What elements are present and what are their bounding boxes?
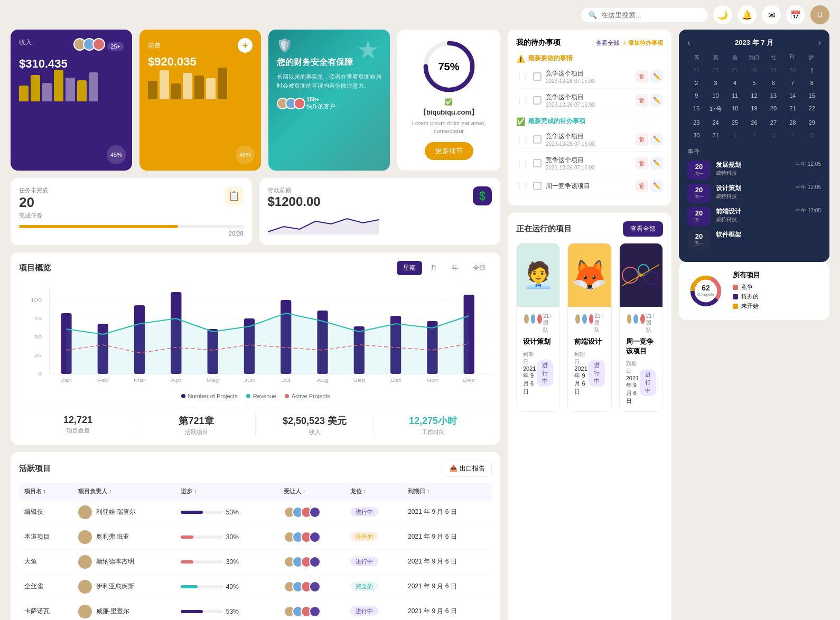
manager-name-4: 威廉·里查尔 xyxy=(96,607,129,616)
delete-btn-4[interactable]: 🗑 xyxy=(636,157,648,170)
cal-day-18[interactable]: 13 xyxy=(764,90,782,101)
search-input[interactable] xyxy=(601,11,701,19)
cal-day-35[interactable]: 30 xyxy=(687,129,705,141)
cal-day-8[interactable]: 3 xyxy=(706,77,724,89)
cal-day-13[interactable]: 8 xyxy=(803,77,821,89)
warning-icon: ⚠️ xyxy=(516,54,525,63)
todo-date-4: 2023-12-26 07:15:00 xyxy=(546,165,631,171)
col-progress[interactable]: 进步 ↑ xyxy=(175,483,278,500)
cal-day-11[interactable]: 6 xyxy=(764,77,782,89)
cal-day-15[interactable]: 10 xyxy=(706,90,724,101)
cal-day-6[interactable]: 1 xyxy=(803,64,821,76)
cal-day-7[interactable]: 2 xyxy=(687,77,705,89)
security-card: 🛡️ 您的财务安全有保障 长期以来的事实是，读者在查看页面布局时会被页面的可读内… xyxy=(268,30,390,171)
cal-day-29[interactable]: 24 xyxy=(706,117,724,128)
drag-handle-4[interactable]: ⋮⋮ xyxy=(516,159,529,167)
event-details-1: 发展规划 威特科技 xyxy=(716,161,790,177)
mail-button[interactable]: ✉ xyxy=(762,5,781,24)
donut-details-button[interactable]: 更多细节 xyxy=(425,142,473,160)
calendar-grid[interactable]: 2526272829301234567891011121314151617号18… xyxy=(687,64,821,141)
checkbox-5[interactable] xyxy=(533,182,542,190)
cal-day-32[interactable]: 27 xyxy=(764,117,782,128)
cal-day-33[interactable]: 28 xyxy=(783,117,801,128)
cal-day-16[interactable]: 11 xyxy=(726,90,744,101)
checkbox-1[interactable] xyxy=(533,72,542,81)
notification-button[interactable]: 🔔 xyxy=(738,5,757,24)
delete-btn-3[interactable]: 🗑 xyxy=(636,133,648,146)
edit-btn-5[interactable]: ✏️ xyxy=(650,180,663,192)
col-status[interactable]: 龙位 ↑ xyxy=(345,483,403,500)
cal-day-5[interactable]: 30 xyxy=(783,64,801,76)
cal-day-20[interactable]: 15 xyxy=(803,90,821,101)
cal-day-9[interactable]: 4 xyxy=(726,77,744,89)
cal-day-41[interactable]: 5 xyxy=(803,129,821,141)
cal-day-12[interactable]: 7 xyxy=(783,77,801,89)
savings-icon: 💲 xyxy=(473,186,492,205)
cal-day-37[interactable]: 1 xyxy=(726,129,744,141)
cal-day-31[interactable]: 26 xyxy=(745,117,763,128)
drag-handle-2[interactable]: ⋮⋮ xyxy=(516,97,529,104)
delete-btn-1[interactable]: 🗑 xyxy=(636,70,648,83)
cal-day-27[interactable]: 22 xyxy=(803,102,821,116)
col-assignee[interactable]: 受让人 ↑ xyxy=(278,483,345,500)
rc-team-label-2: 21+ 团队 xyxy=(594,313,604,334)
cal-day-38[interactable]: 2 xyxy=(745,129,763,141)
tab-month[interactable]: 月 xyxy=(424,261,443,275)
dark-mode-button[interactable]: 🌙 xyxy=(713,5,732,24)
checkbox-3[interactable] xyxy=(533,135,542,144)
cal-day-24[interactable]: 19 xyxy=(745,102,763,116)
cal-next-button[interactable]: › xyxy=(818,38,821,48)
cal-day-40[interactable]: 4 xyxy=(783,129,801,141)
drag-handle-5[interactable]: ⋮⋮ xyxy=(516,182,529,190)
cal-day-3[interactable]: 28 xyxy=(745,64,763,76)
cal-today[interactable]: 21 xyxy=(785,105,800,111)
event-weekday-1: 周一 xyxy=(692,171,706,177)
tab-all[interactable]: 全部 xyxy=(466,261,492,275)
revenue-amount: $310.435 xyxy=(19,57,124,71)
edit-btn-3[interactable]: ✏️ xyxy=(650,133,663,146)
svg-point-38 xyxy=(622,267,638,283)
cal-day-10[interactable]: 5 xyxy=(745,77,763,89)
cal-day-22[interactable]: 17号 xyxy=(706,102,724,116)
col-due[interactable]: 到期日 ↑ xyxy=(403,483,492,500)
cal-day-30[interactable]: 25 xyxy=(726,117,744,128)
delete-btn-2[interactable]: 🗑 xyxy=(636,94,648,107)
cal-prev-button[interactable]: ‹ xyxy=(687,38,690,48)
calendar-button[interactable]: 📅 xyxy=(786,5,805,24)
edit-btn-2[interactable]: ✏️ xyxy=(650,94,663,107)
cal-day-26[interactable]: 21 xyxy=(783,102,801,116)
drag-handle-1[interactable]: ⋮⋮ xyxy=(516,73,529,80)
cal-day-39[interactable]: 3 xyxy=(764,129,782,141)
cal-day-36[interactable]: 31 xyxy=(706,129,724,141)
edit-btn-1[interactable]: ✏️ xyxy=(650,70,663,83)
col-name[interactable]: 项目名 ↑ xyxy=(19,483,73,500)
cal-day-14[interactable]: 9 xyxy=(687,90,705,101)
checkbox-2[interactable] xyxy=(533,96,542,105)
cal-day-28[interactable]: 23 xyxy=(687,117,705,128)
cal-day-34[interactable]: 29 xyxy=(803,117,821,128)
user-avatar[interactable]: U xyxy=(810,5,829,24)
cal-day-17[interactable]: 12 xyxy=(745,90,763,101)
cal-day-21[interactable]: 16 xyxy=(687,102,705,116)
cal-day-19[interactable]: 14 xyxy=(783,90,801,101)
checkbox-4[interactable] xyxy=(533,159,542,167)
export-button[interactable]: 📤 出口报告 xyxy=(443,461,492,477)
search-box[interactable]: 🔍 xyxy=(581,8,708,22)
cal-day-0[interactable]: 25 xyxy=(687,64,705,76)
legend-dot-revenue xyxy=(246,394,250,398)
cal-day-2[interactable]: 27 xyxy=(726,64,744,76)
drag-handle-3[interactable]: ⋮⋮ xyxy=(516,136,529,143)
cal-day-4[interactable]: 29 xyxy=(764,64,782,76)
view-all-button[interactable]: 查看全部 xyxy=(623,221,663,237)
col-manager[interactable]: 项目负责人 ↑ xyxy=(73,483,175,500)
cal-day-1[interactable]: 26 xyxy=(706,64,724,76)
edit-btn-4[interactable]: ✏️ xyxy=(650,157,663,170)
tab-week[interactable]: 星期 xyxy=(397,261,422,275)
add-todo-link[interactable]: + 添加待办事项 xyxy=(623,39,663,47)
add-expense-button[interactable]: + xyxy=(238,38,253,53)
view-all-link[interactable]: 查看全部 xyxy=(596,39,619,47)
tab-year[interactable]: 年 xyxy=(445,261,464,275)
cal-day-23[interactable]: 18 xyxy=(726,102,744,116)
delete-btn-5[interactable]: 🗑 xyxy=(636,180,648,192)
cal-day-25[interactable]: 20 xyxy=(764,102,782,116)
